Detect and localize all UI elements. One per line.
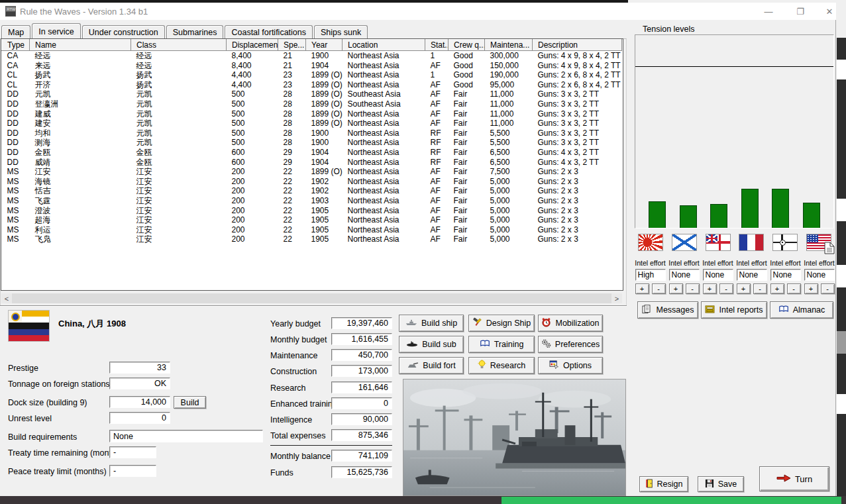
ship-row[interactable]: MS江安江安200221899 (O)Northeast AsiaAFFair7… [2,167,622,177]
tension-bar-france [741,189,759,228]
column-header[interactable]: Crew q... [449,40,485,51]
intel-minus-button[interactable]: - [719,283,733,294]
build-sub-button[interactable]: Build sub [399,336,464,353]
save-button[interactable]: Save [698,476,744,492]
design-ship-label: Design Ship [486,319,531,328]
minimize-button[interactable]: — [755,3,782,20]
column-header[interactable]: Description [533,40,622,51]
ship-row[interactable]: MS飞凫江安200221905Northeast AsiaAFFair5,000… [2,234,622,244]
tonnage-label: Tonnage on foreign stations [8,379,110,389]
uk-canton [706,234,717,242]
column-header[interactable]: Type [2,40,30,51]
uk-white-ensign-flag [706,234,731,251]
ship-row[interactable]: MS澄波江安200221905Northeast AsiaAFFair5,000… [2,206,622,216]
ship-row[interactable]: CA来远经远8,400211904Northeast AsiaAFGood150… [2,61,622,71]
intel-plus-button[interactable]: + [703,283,717,294]
column-header[interactable]: Maintena... [485,40,533,51]
intel-plus-button[interactable]: + [804,283,818,294]
ship-row[interactable]: DD威靖金瓯600291904Northeast AsiaRFFair6,500… [2,158,622,168]
ship-row[interactable]: DD均和元凯500281900Northeast AsiaRFFair5,500… [2,128,622,138]
ship-row[interactable]: CA经远经远8,400211900Northeast Asia1Good300,… [2,51,622,61]
column-header[interactable]: Name [30,40,131,51]
ship-row[interactable]: DD测海元凯500281900Northeast AsiaRFFair5,500… [2,138,622,148]
ship-row[interactable]: DD登瀛洲元凯500281899 (O)Southeast AsiaAFFair… [2,99,622,109]
ship-row[interactable]: MS利运江安200221905Northeast AsiaAFFair5,000… [2,225,622,235]
intel-minus-button[interactable]: - [753,283,767,294]
monthly-balance-label: Monthly balance [270,452,331,461]
intel-effort-column: Intel effort None + - [768,259,802,294]
almanac-button[interactable]: Almanac [770,301,833,319]
build-fort-label: Build fort [423,361,455,370]
ship-row[interactable]: DD元凯元凯500281899 (O)Southeast AsiaAFFair1… [2,89,622,99]
maintenance-value: 450,700 [331,349,392,361]
intel-effort-value: None [669,269,700,281]
ship-row[interactable]: DD建威元凯500281899 (O)Northeast AsiaAFFair1… [2,109,622,119]
intel-plus-button[interactable]: + [635,283,649,294]
treaty-time-value: - [109,446,156,458]
ship-row[interactable]: MS海镜江安200221902Northeast AsiaAFFair5,000… [2,177,622,187]
column-header[interactable]: Class [131,40,227,51]
tools-icon [472,317,482,329]
intel-minus-button[interactable]: - [787,283,801,294]
design-ship-button[interactable]: Design Ship [468,315,535,332]
intel-minus-button[interactable]: - [652,283,666,294]
ship-row[interactable]: MS超海江安200221905Northeast AsiaAFFair5,000… [2,215,622,225]
intel-plus-button[interactable]: + [770,283,784,294]
intel-reports-label: Intel reports [719,305,763,315]
column-header[interactable]: Spe... [278,40,306,51]
title-bar[interactable]: RTW Rule the Waves - Version 1.34 b1 — ❐… [0,3,836,20]
turn-button[interactable]: Turn [759,466,829,491]
intel-effort-value: None [737,269,767,281]
intel-plus-button[interactable]: + [669,283,683,294]
ship-row[interactable]: MS恬吉江安200221902Northeast AsiaAFFair5,000… [2,186,622,196]
tab-in-service[interactable]: In service [32,23,81,38]
ship-row[interactable]: MS飞霆江安200221903Northeast AsiaAFFair5,000… [2,196,622,206]
tension-bar-germany [772,189,789,228]
intel-plus-button[interactable]: + [737,283,751,294]
tab-map[interactable]: Map [1,25,30,38]
app-icon: RTW [5,6,16,19]
ship-row[interactable]: CL扬武扬武4,400231899 (O)Northeast Asia1Good… [2,70,622,80]
messages-button[interactable]: Messages [637,301,698,319]
column-header[interactable]: Location [343,40,425,51]
training-label: Training [494,340,524,349]
tab-ships-sunk[interactable]: Ships sunk [314,25,368,38]
column-header[interactable]: Stat... [425,40,449,51]
prestige-label: Prestige [8,364,38,373]
intel-reports-button[interactable]: Intel reports [701,301,767,319]
intel-effort-column: Intel effort None + - [802,259,836,294]
scroll-right-arrow[interactable]: > [611,293,622,303]
maximize-button[interactable]: ❐ [787,3,814,20]
mobilization-button[interactable]: Mobilization [538,315,603,332]
ship-row[interactable]: CL开济扬武4,400231899 (O)Northeast AsiaAFGoo… [2,80,622,90]
training-button[interactable]: Training [468,336,535,353]
column-header[interactable]: Displacement [227,40,278,51]
close-button[interactable]: ✕ [816,3,843,20]
monthly-budget-value: 1,616,455 [331,333,392,345]
intel-minus-button[interactable]: - [686,283,700,294]
options-button[interactable]: Options [538,357,603,374]
scroll-left-arrow[interactable]: < [1,293,12,303]
column-header[interactable]: Year [306,40,343,51]
ship-row[interactable]: DD建安元凯500281899 (O)Northeast AsiaAFFair1… [2,119,622,128]
build-sub-label: Build sub [422,340,456,349]
tab-under-construction[interactable]: Under construction [82,25,165,38]
china-flag-emblem [9,311,22,323]
germany-imperial-ensign-flag [772,234,798,251]
research-button[interactable]: Research [468,357,535,374]
book-icon [480,339,490,350]
tab-submarines[interactable]: Submarines [166,25,224,38]
tab-coastal-fortifications[interactable]: Coastal fortifications [225,25,313,38]
dock-size-label: Dock size (building 9) [8,398,87,407]
resign-button[interactable]: Resign [639,476,688,492]
ship-row[interactable]: DD金瓯金瓯600291904Northeast AsiaRFFair6,500… [2,148,622,158]
germany-ensign-disc [780,240,786,246]
preferences-button[interactable]: Preferences [538,336,603,353]
enhanced-training-value: 0 [331,397,392,409]
build-dock-button[interactable]: Build [174,396,206,409]
intel-minus-button[interactable]: - [821,283,835,294]
intel-effort-label: Intel effort [770,259,801,267]
build-fort-button[interactable]: Build fort [399,357,464,374]
build-ship-button[interactable]: Build ship [399,315,464,332]
horizontal-scrollbar[interactable]: < > [1,293,622,303]
